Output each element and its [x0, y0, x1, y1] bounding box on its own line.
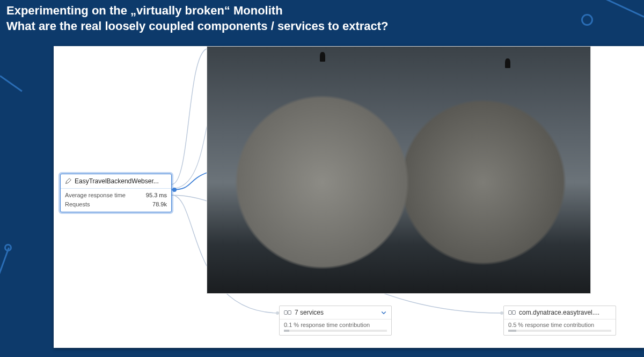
requests-value: 78.9k [152, 200, 167, 209]
service-node-backend-webservice[interactable]: EasyTravelBackendWebser... Average respo… [60, 174, 172, 212]
svg-rect-6 [513, 311, 516, 315]
downstream-header: com.dynatrace.easytravel.... [504, 306, 616, 319]
service-node-title: EasyTravelBackendWebser... [75, 177, 159, 185]
downstream-label: com.dynatrace.easytravel.... [519, 309, 611, 316]
svg-rect-3 [284, 311, 288, 315]
split-rock-photo [207, 46, 591, 294]
svg-rect-5 [509, 311, 512, 315]
services-group-icon [508, 309, 516, 316]
requests-label: Requests [65, 200, 90, 209]
contribution-label: 0.1 % response time contribution [284, 322, 387, 328]
downstream-card-easytravel[interactable]: com.dynatrace.easytravel.... 0.5 % respo… [503, 306, 616, 336]
contribution-label: 0.5 % response time contribution [508, 322, 611, 328]
service-node-header: EasyTravelBackendWebser... [61, 174, 171, 189]
service-flow-panel: EasyTravelBackendWebser... Average respo… [54, 46, 644, 348]
avg-response-label: Average response time [65, 191, 126, 200]
downstream-header: 7 services [280, 306, 391, 319]
svg-point-2 [172, 188, 177, 192]
svg-rect-4 [288, 311, 291, 315]
contribution-bar [284, 330, 387, 332]
slide-title: Experimenting on the „virtually broken“ … [6, 3, 633, 34]
slide-title-line2: What are the real loosely coupled compon… [6, 19, 633, 34]
downstream-body: 0.5 % response time contribution [504, 319, 616, 335]
slide-title-line1: Experimenting on the „virtually broken“ … [6, 3, 633, 19]
downstream-label: 7 services [295, 309, 377, 316]
downstream-card-7-services[interactable]: 7 services 0.1 % response time contribut… [279, 306, 392, 336]
avg-response-value: 95.3 ms [146, 191, 167, 200]
service-node-body: Average response time 95.3 ms Requests 7… [61, 189, 171, 212]
pencil-icon [65, 178, 71, 184]
downstream-body: 0.1 % response time contribution [280, 319, 391, 335]
contribution-bar [508, 330, 611, 332]
chevron-down-icon[interactable] [380, 309, 387, 316]
services-group-icon [284, 309, 291, 316]
